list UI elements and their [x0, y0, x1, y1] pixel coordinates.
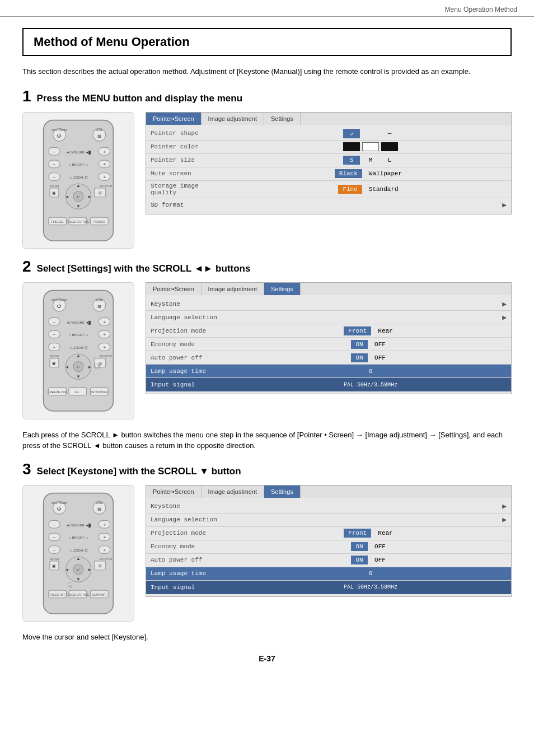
- tab-pointer-screen-1[interactable]: Pointer•Screen: [146, 113, 202, 125]
- header-title: Menu Operation Method: [445, 6, 517, 13]
- svg-text:SET/POINTER: SET/POINTER: [91, 391, 108, 394]
- auto-power-2-cells: ON OFF: [230, 352, 511, 363]
- svg-text:MENU: MENU: [50, 354, 59, 358]
- size-l: L: [381, 156, 398, 165]
- step2-heading: 2 Select [Settings] with the SCROLL ◄► b…: [22, 259, 512, 274]
- step1-heading: 1 Press the MENU button and display the …: [22, 88, 512, 104]
- input-value-2: PAL 50Hz/3.58MHz: [339, 381, 402, 389]
- tab-settings-1[interactable]: Settings: [264, 113, 301, 125]
- step3-label: Select [Keystone] with the SCROLL ▼ butt…: [37, 466, 241, 477]
- auto-on-3: ON: [351, 556, 368, 564]
- sd-format-label: SD format: [151, 202, 184, 208]
- svg-text:☞: ☞: [65, 582, 75, 590]
- lamp-cells-2: 0: [230, 366, 511, 377]
- menu-row-economy-3: Economy mode ON OFF: [146, 540, 511, 554]
- menu-row-pointer-shape: Pointer shape ↗ —: [146, 127, 511, 141]
- step1-menu-body: Pointer shape ↗ — Pointer color: [146, 125, 511, 214]
- quality-fine: Fine: [338, 185, 362, 194]
- svg-text:ROTATION: ROTATION: [99, 557, 112, 560]
- proj-front-2: Front: [344, 326, 371, 335]
- step1-row: ON/STANDBY ⏻ MUTE ⊠ − ◄) VOLUME ◄█ + − ☼…: [22, 112, 512, 249]
- svg-text:↵: ↵: [77, 568, 80, 572]
- menu-row-mute-screen: Mute screen Black Wallpaper: [146, 167, 511, 181]
- menu-row-pointer-size: Pointer size S M L: [146, 154, 511, 167]
- svg-text:🔍 ZOOM 🎵: 🔍 ZOOM 🎵: [69, 346, 88, 350]
- input-label-3: Input signal: [146, 582, 230, 592]
- mute-screen-cells: Black Wallpaper: [230, 168, 511, 179]
- step3-menu-panel: Pointer•Screen Image adjustment Settings…: [146, 485, 512, 597]
- svg-text:⊠: ⊠: [97, 305, 101, 310]
- pointer-shape-cells: ↗ —: [230, 128, 511, 139]
- svg-text:▣: ▣: [52, 361, 56, 365]
- economy-off-3: OFF: [370, 542, 390, 551]
- remote-svg-3: ON/STANDBY ⏻ MUTE ⊠ − ◄) VOLUME ◄█ + − ☼…: [31, 490, 126, 617]
- menu-row-proj-mode-3: Projection mode Front Rear: [146, 527, 511, 540]
- menu-row-keystone-2: Keystone ▶: [146, 297, 511, 311]
- step2-label: Select [Settings] with the SCROLL ◄► but…: [37, 263, 251, 274]
- step3-row: ON/STANDBY ⏻ MUTE ⊠ − ◄) VOLUME ◄█ + − ☼…: [22, 485, 512, 622]
- svg-text:+: +: [103, 149, 106, 154]
- proj-mode-3-cells: Front Rear: [230, 528, 511, 539]
- keystone-2-center: Keystone ▶: [146, 298, 511, 310]
- step2-remote: ON/STANDBY ⏻ MUTE ⊠ − ◄) VOLUME ◄█ + − ☼…: [22, 282, 134, 419]
- svg-text:SET/POINT.: SET/POINT.: [92, 594, 106, 596]
- pointer-shape-spacer: [362, 132, 379, 134]
- main-title: Method of Menu Operation: [34, 35, 500, 49]
- menu-row-economy-2: Economy mode ON OFF: [146, 338, 511, 351]
- menu-row-auto-power-2: Auto power off ON OFF: [146, 351, 511, 365]
- step3-menu-tabs: Pointer•Screen Image adjustment Settings: [146, 486, 511, 498]
- main-title-box: Method of Menu Operation: [22, 28, 512, 56]
- svg-text:⏻: ⏻: [57, 304, 62, 309]
- tab-image-adj-3[interactable]: Image adjustment: [202, 486, 264, 498]
- color-black: [343, 142, 360, 151]
- quality-standard: Standard: [364, 185, 403, 194]
- proj-mode-2-label: Projection mode: [146, 326, 230, 336]
- menu-row-input-3: Input signal PAL 50Hz/3.58MHz: [146, 581, 511, 594]
- step2-row: ON/STANDBY ⏻ MUTE ⊠ − ◄) VOLUME ◄█ + − ☼…: [22, 282, 512, 419]
- proj-mode-3-label: Projection mode: [146, 528, 230, 538]
- proj-front-3: Front: [344, 529, 371, 538]
- storage-quality-label: Storage image quality: [146, 181, 230, 198]
- pointer-size-cells: S M L: [230, 155, 511, 166]
- input-cells-2: PAL 50Hz/3.58MHz: [230, 380, 511, 390]
- language-2-center: Language selection ▶: [146, 311, 511, 324]
- tab-pointer-screen-2[interactable]: Pointer•Screen: [146, 283, 202, 295]
- tab-settings-2[interactable]: Settings: [264, 283, 301, 295]
- svg-text:−: −: [53, 332, 56, 337]
- auto-off-2: OFF: [370, 353, 390, 362]
- svg-text:▲: ▲: [76, 183, 81, 188]
- svg-text:+: +: [103, 320, 106, 325]
- svg-text:+: +: [103, 345, 106, 350]
- auto-power-3-cells: ON OFF: [230, 554, 511, 566]
- pointer-size-label: Pointer size: [146, 155, 230, 165]
- economy-off-2: OFF: [370, 340, 390, 349]
- step1-menu-tabs: Pointer•Screen Image adjustment Settings: [146, 113, 511, 125]
- svg-text:−: −: [53, 320, 56, 325]
- intro-text: This section describes the actual operat…: [22, 66, 512, 77]
- pointer-shape-val1: ↗: [343, 129, 360, 138]
- svg-text:+: +: [103, 548, 106, 553]
- svg-text:ROTATION: ROTATION: [99, 355, 112, 358]
- remote-svg-2: ON/STANDBY ⏻ MUTE ⊠ − ◄) VOLUME ◄█ + − ☼…: [31, 287, 126, 414]
- svg-text:🔍 ZOOM 🎵: 🔍 ZOOM 🎵: [69, 175, 88, 179]
- tab-settings-3[interactable]: Settings: [264, 486, 301, 498]
- svg-text:−: −: [53, 162, 56, 167]
- svg-text:◄: ◄: [65, 194, 69, 199]
- svg-text:FREEZE: FREEZE: [51, 220, 64, 223]
- proj-mode-2-cells: Front Rear: [230, 325, 511, 337]
- menu-row-keystone-3: Keystone ▶: [146, 500, 511, 514]
- step3-bottom-text: Move the cursor and select [Keystone].: [22, 632, 512, 643]
- lamp-value-2: 0: [362, 367, 379, 376]
- menu-row-lamp-3: Lamp usage time 0: [146, 567, 511, 581]
- tab-image-adj-2[interactable]: Image adjustment: [202, 283, 264, 295]
- svg-text:◄) VOLUME ◄█: ◄) VOLUME ◄█: [66, 522, 91, 527]
- svg-text:►: ►: [87, 194, 92, 199]
- svg-text:↵: ↵: [77, 195, 80, 199]
- svg-text:⏻: ⏻: [57, 506, 62, 511]
- tab-pointer-screen-3[interactable]: Pointer•Screen: [146, 486, 202, 498]
- svg-text:FREEZE CAPTURE: FREEZE CAPTURE: [67, 594, 90, 596]
- pointer-color-cells: [230, 141, 511, 152]
- tab-image-adj-1[interactable]: Image adjustment: [202, 113, 264, 125]
- sd-format-center: SD format ▶: [146, 199, 511, 211]
- proj-rear-3: Rear: [373, 529, 397, 538]
